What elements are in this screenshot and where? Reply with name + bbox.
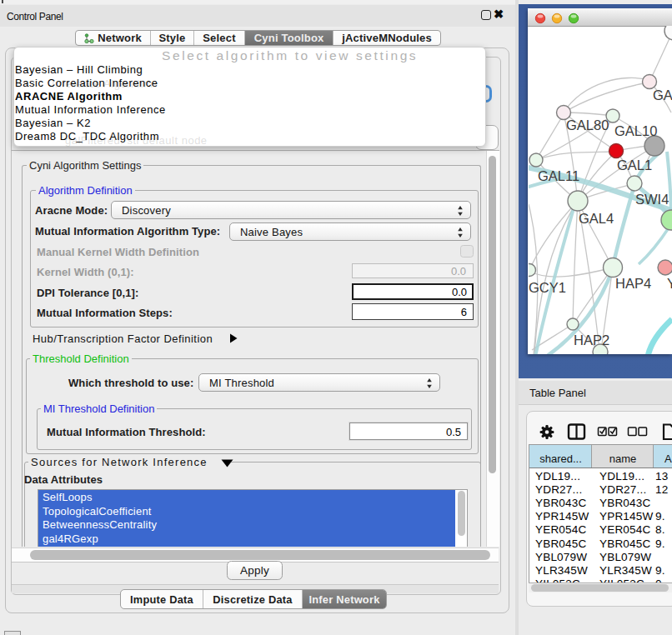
svg-text:HAP2: HAP2: [574, 332, 609, 348]
svg-text:HAP4: HAP4: [615, 276, 651, 291]
svg-text:GAL10: GAL10: [614, 123, 657, 138]
svg-text:GAL4: GAL4: [579, 211, 614, 226]
svg-text:YD: YD: [667, 276, 672, 291]
svg-text:GCY1: GCY1: [529, 280, 566, 295]
svg-text:GAL80: GAL80: [566, 118, 609, 132]
svg-text:SWI4: SWI4: [635, 192, 669, 207]
svg-text:GAL1: GAL1: [617, 158, 652, 172]
svg-text:GAL7: GAL7: [653, 88, 672, 102]
svg-text:GAL11: GAL11: [538, 168, 579, 183]
